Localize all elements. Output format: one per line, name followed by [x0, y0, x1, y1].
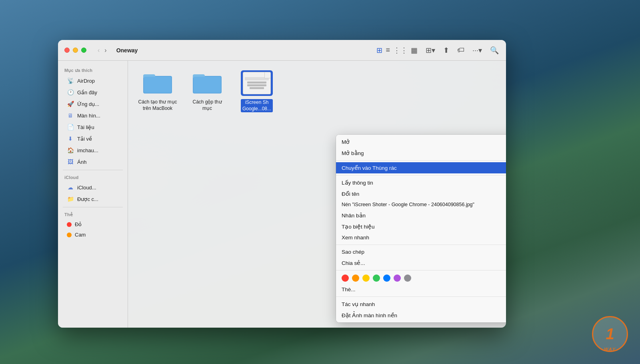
sidebar-item-home-label: imchau...: [77, 147, 98, 153]
tag-red-dot: [67, 222, 72, 227]
sidebar-item-documents[interactable]: 📄 Tài liệu: [60, 121, 125, 133]
sidebar-item-icloud-label: iCloud...: [77, 185, 96, 191]
sidebar-item-recent-label: Gần đây: [77, 90, 97, 95]
sidebar-item-tag-red-label: Đỏ: [75, 221, 82, 227]
back-button[interactable]: ‹: [96, 46, 101, 55]
window-title: Oneway: [116, 47, 138, 54]
sidebar-item-downloads[interactable]: ⬇ Tải về: [60, 133, 125, 144]
sidebar-item-desktop[interactable]: 🖥 Màn hìn...: [60, 110, 125, 121]
sidebar-item-tag-orange[interactable]: Cam: [60, 230, 125, 240]
ctx-quicklook[interactable]: Xem nhanh: [336, 232, 506, 243]
sidebar-item-airdrop[interactable]: 📡 AirDrop: [60, 75, 125, 86]
grid-view-icon[interactable]: ⊞: [376, 45, 383, 56]
ctx-sep-1: [336, 160, 506, 161]
ctx-open-with[interactable]: Mở bằng ›: [336, 147, 506, 159]
color-dot-green[interactable]: [373, 274, 380, 282]
column-view-icon[interactable]: ⋮⋮: [392, 45, 408, 56]
ctx-share[interactable]: Chia sẻ...: [336, 257, 506, 269]
screenshot-file-icon: [243, 72, 271, 94]
watermark-text: WAY: [604, 347, 616, 352]
sidebar: Mục ưa thích 📡 AirDrop 🕐 Gần đây 🚀 Ứng d…: [58, 61, 128, 328]
sidebar-item-tag-red[interactable]: Đỏ: [60, 219, 125, 229]
home-icon: 🏠: [67, 147, 74, 154]
ctx-open[interactable]: Mở: [336, 136, 506, 147]
screenshot-icon-wrapper: [241, 70, 273, 96]
ctx-tags[interactable]: Thè...: [336, 284, 506, 295]
ctx-sep-5: [336, 296, 506, 297]
photos-icon: 🖼: [67, 158, 74, 165]
sidebar-item-airdrop-label: AirDrop: [77, 78, 95, 84]
folder1-icon: [142, 70, 174, 96]
view-icons: ⊞ ≡ ⋮⋮ ▦: [376, 45, 418, 56]
color-dot-purple[interactable]: [394, 274, 401, 282]
svg-rect-5: [194, 77, 221, 93]
folder2-icon: [191, 70, 223, 96]
ctx-duplicate[interactable]: Nhân bản: [336, 210, 506, 221]
content-area: Mục ưa thích 📡 AirDrop 🕐 Gần đây 🚀 Ứng d…: [58, 61, 506, 328]
sidebar-item-tag-orange-label: Cam: [75, 232, 86, 238]
ctx-sep-3: [336, 245, 506, 245]
screenshot-label: iScreen ShGoogle...08...: [241, 99, 273, 112]
close-button[interactable]: [64, 48, 70, 53]
file-item-folder2[interactable]: Cách gộp thưmục: [187, 70, 227, 112]
sidebar-item-shared[interactable]: 📁 Được c...: [60, 193, 125, 205]
share-toolbar-icon[interactable]: ⬆: [442, 45, 450, 56]
file-item-screenshot[interactable]: iScreen ShGoogle...08...: [237, 70, 277, 112]
context-menu: Mở Mở bằng › Chuyển vào Thùng rác Lấy th…: [336, 135, 506, 322]
ctx-quick-actions[interactable]: Tác vụ nhanh ›: [336, 298, 506, 310]
sidebar-item-apps-label: Ứng dụ...: [77, 101, 99, 107]
sidebar-item-documents-label: Tài liệu: [77, 124, 94, 130]
documents-icon: 📄: [67, 123, 74, 131]
color-dot-orange[interactable]: [352, 274, 359, 282]
gallery-view-icon[interactable]: ▦: [410, 45, 418, 56]
file-grid: Cách tạo thư mụctrên MacBook Cách gộp th…: [138, 70, 496, 112]
sidebar-item-downloads-label: Tải về: [77, 136, 92, 142]
file-area: Cách tạo thư mụctrên MacBook Cách gộp th…: [128, 61, 506, 328]
apps-icon: 🚀: [67, 100, 74, 107]
folder2-label: Cách gộp thưmục: [192, 99, 222, 111]
sidebar-item-photos[interactable]: 🖼 Ảnh: [60, 156, 125, 167]
ctx-get-info[interactable]: Lấy thông tin: [336, 177, 506, 188]
watermark: 1 WAY: [592, 316, 628, 352]
finder-window: ‹ › Oneway ⊞ ≡ ⋮⋮ ▦ ⊞▾ ⬆ 🏷 ···▾ 🔍 Mục ưa…: [58, 40, 506, 328]
sidebar-divider-2: [63, 207, 123, 207]
sidebar-item-home[interactable]: 🏠 imchau...: [60, 145, 125, 156]
ctx-colors-row: [336, 272, 506, 284]
sidebar-item-recent[interactable]: 🕐 Gần đây: [60, 87, 125, 98]
list-view-icon[interactable]: ≡: [385, 45, 391, 56]
ctx-wallpaper[interactable]: Đặt Ảnh màn hình nền: [336, 310, 506, 321]
forward-button[interactable]: ›: [103, 46, 108, 55]
ctx-rename[interactable]: Đổi tên: [336, 188, 506, 199]
color-dot-red[interactable]: [342, 274, 349, 282]
group-icon[interactable]: ⊞▾: [425, 45, 436, 56]
toolbar-right: ⊞ ≡ ⋮⋮ ▦ ⊞▾ ⬆ 🏷 ···▾ 🔍: [376, 45, 500, 56]
sidebar-item-icloud-drive[interactable]: ☁ iCloud...: [60, 182, 125, 193]
color-dot-blue[interactable]: [383, 274, 390, 282]
sidebar-divider-1: [63, 170, 123, 170]
tag-orange-dot: [67, 233, 72, 237]
tag-toolbar-icon[interactable]: 🏷: [456, 45, 465, 55]
traffic-lights: [64, 48, 86, 53]
search-toolbar-icon[interactable]: 🔍: [489, 45, 500, 56]
toolbar: ‹ › Oneway ⊞ ≡ ⋮⋮ ▦ ⊞▾ ⬆ 🏷 ···▾ 🔍: [58, 40, 506, 61]
sidebar-section-icloud: iCloud: [58, 173, 128, 181]
ctx-alias[interactable]: Tạo biệt hiệu: [336, 221, 506, 232]
minimize-button[interactable]: [73, 48, 78, 53]
sidebar-section-tags: Thẻ: [58, 210, 128, 219]
sidebar-item-photos-label: Ảnh: [77, 159, 86, 165]
sidebar-item-desktop-label: Màn hìn...: [77, 113, 100, 119]
nav-arrows: ‹ ›: [96, 46, 108, 55]
desktop-icon: 🖥: [67, 112, 74, 119]
ctx-compress[interactable]: Nén "iScreen Shoter - Google Chrome - 24…: [336, 199, 506, 210]
sidebar-item-apps[interactable]: 🚀 Ứng dụ...: [60, 98, 125, 109]
ctx-sep-4: [336, 270, 506, 271]
color-dot-gray[interactable]: [404, 274, 411, 282]
ctx-move-trash[interactable]: Chuyển vào Thùng rác: [336, 162, 506, 173]
file-item-folder1[interactable]: Cách tạo thư mụctrên MacBook: [138, 70, 178, 112]
ctx-copy[interactable]: Sao chép: [336, 247, 506, 257]
sidebar-section-favorites: Mục ưa thích: [58, 66, 128, 75]
svg-rect-2: [144, 77, 171, 93]
fullscreen-button[interactable]: [81, 48, 86, 53]
more-toolbar-icon[interactable]: ···▾: [472, 45, 483, 56]
color-dot-yellow[interactable]: [362, 274, 370, 282]
